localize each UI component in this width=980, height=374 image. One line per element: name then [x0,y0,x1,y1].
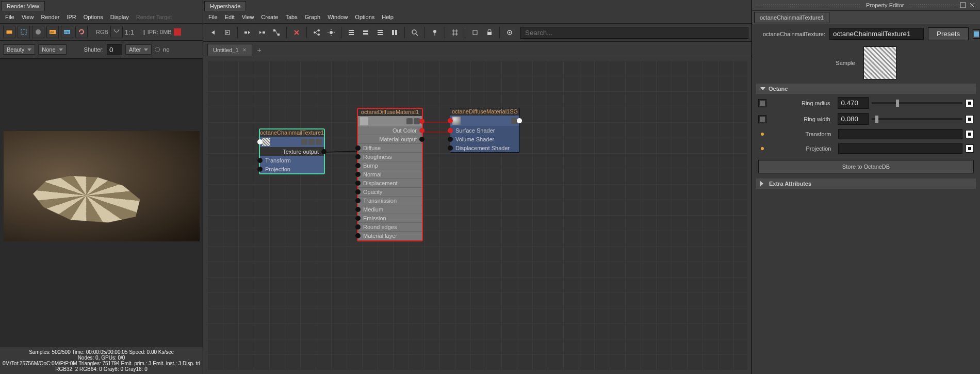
node1-port-out[interactable] [321,149,326,154]
store-to-octanedb-button[interactable]: Store to OctaneDB [758,160,974,173]
stop-render-btn[interactable] [174,28,181,36]
node2-port-outcolor[interactable] [419,128,424,133]
shutter-mode-dropdown[interactable]: After [125,44,152,55]
pause-icon[interactable]: || [142,29,145,35]
render-btn-6[interactable] [75,26,88,38]
menu-view[interactable]: View [22,14,34,20]
hs-btn-graph2[interactable] [255,26,269,39]
menu-render[interactable]: Render [41,14,59,20]
hs-menu-view[interactable]: View [242,14,254,20]
menu-file[interactable]: File [5,14,14,20]
hs-menu-graph[interactable]: Graph [305,14,321,20]
hs-menu-file[interactable]: File [208,14,218,20]
hs-menu-help[interactable]: Help [382,14,394,20]
ring-radius-connect-btn[interactable] [966,99,974,107]
transform-connect-btn[interactable] [966,130,974,138]
popout-icon[interactable] [959,2,967,9]
hs-btn-pin[interactable] [428,26,442,39]
close-icon[interactable] [969,2,976,9]
hs-btn-list4[interactable] [388,26,401,39]
node1-hdr-icon3[interactable] [316,139,322,145]
node2-port-opacity[interactable] [355,189,361,194]
node3-port-disp[interactable] [448,145,453,151]
node3-port-header[interactable] [448,118,453,123]
grip-dots[interactable]: ::::::::::::::::::::::::::::::::::::::::… [756,2,861,8]
node2-port-layer[interactable] [355,233,361,238]
presets-button[interactable]: Presets [928,27,969,40]
hs-btn-gear[interactable] [503,26,516,39]
render-btn-7[interactable] [110,26,123,38]
hypershade-search-input[interactable] [520,27,748,39]
layer-dropdown[interactable]: None [38,44,66,55]
node2-port-medium[interactable] [355,207,361,212]
node1-hdr-icon1[interactable] [301,139,307,145]
close-tab-icon[interactable]: × [243,46,247,54]
hypershade-tab[interactable]: Hypershade [204,1,246,11]
render-btn-5[interactable]: IPR [61,26,73,38]
node2-port-trans[interactable] [355,198,361,203]
node-diffuse-material[interactable]: octaneDiffuseMaterial1 Out Color Materia… [357,108,423,241]
node2-port-roughness[interactable] [355,154,361,159]
node2-port-emission[interactable] [355,216,361,221]
projection-connect-btn[interactable] [966,144,974,153]
render-btn-3[interactable] [32,26,44,38]
hs-btn-list3[interactable] [373,26,387,39]
render-btn-1[interactable] [3,26,15,38]
hs-menu-window[interactable]: Window [328,14,348,20]
hs-btn-zoom[interactable] [408,26,421,39]
hs-menu-edit[interactable]: Edit [225,14,235,20]
hs-menu-create[interactable]: Create [261,14,278,20]
no-radio[interactable] [155,47,160,52]
node1-hdr-icon2[interactable] [308,139,315,145]
hs-btn-list1[interactable] [345,26,358,39]
node2-hdr-icon1[interactable] [406,118,413,124]
render-view-tab[interactable]: Render View [1,1,45,11]
ring-radius-slider[interactable] [872,102,962,104]
node-graph-area[interactable]: octaneChainmailTexture1 Texture output T… [207,60,747,370]
hs-btn-snap[interactable] [468,26,482,39]
node2-port-matout[interactable] [419,137,424,142]
pe-node-tab[interactable]: octaneChainmailTexture1 [754,12,829,23]
node1-port-transform[interactable] [257,158,263,163]
hs-btn-grid[interactable] [448,26,462,39]
hs-btn-graph1[interactable] [241,26,254,39]
transform-field[interactable] [838,129,962,139]
section-octane-header[interactable]: Octane [756,84,976,94]
node2-port-bump[interactable] [355,163,361,168]
projection-field[interactable] [838,143,962,154]
shutter-input[interactable] [107,44,122,55]
node2-port-disp[interactable] [355,181,361,186]
menu-options[interactable]: Options [84,14,103,20]
grip-dots-2[interactable]: :::::::::::::::::::::::: [909,2,959,8]
node-diffuse-sg[interactable]: octaneDiffuseMaterial1SG Surface Shader … [450,108,520,153]
pe-icon-show[interactable] [973,29,980,39]
hs-btn-back[interactable] [206,26,220,39]
node2-port-diffuse[interactable] [355,145,361,151]
node3-port-volume[interactable] [448,137,453,142]
node2-port-normal[interactable] [355,172,361,177]
render-btn-2[interactable] [18,26,30,38]
node2-port-header[interactable] [419,119,424,124]
layer-btn[interactable] [70,44,81,55]
hs-btn-list2[interactable] [359,26,372,39]
hs-btn-graph3[interactable] [270,26,283,39]
ring-width-slider[interactable] [872,118,962,120]
node3-port-surface[interactable] [448,128,453,133]
node-chainmail-texture[interactable]: octaneChainmailTexture1 Texture output T… [259,128,325,174]
transform-connect-dot[interactable] [761,133,764,136]
pe-name-input[interactable] [829,28,924,40]
texture-swatch[interactable] [863,46,896,79]
node2-port-round[interactable] [355,224,361,230]
ring-width-input[interactable] [838,113,869,125]
add-tab-btn[interactable]: + [254,46,265,54]
render-preview[interactable] [4,131,200,241]
ring-width-connect-btn[interactable] [966,115,974,123]
node1-port-projection[interactable] [257,167,263,172]
hs-btn-clear[interactable] [290,26,303,39]
render-btn-4[interactable]: IPR [46,26,59,38]
hs-menu-options[interactable]: Options [355,14,374,20]
hs-btn-fwd[interactable] [221,26,234,39]
ring-radius-input[interactable] [838,97,869,109]
hs-btn-sun[interactable] [324,26,338,39]
ring-width-texture-icon[interactable] [758,115,766,123]
